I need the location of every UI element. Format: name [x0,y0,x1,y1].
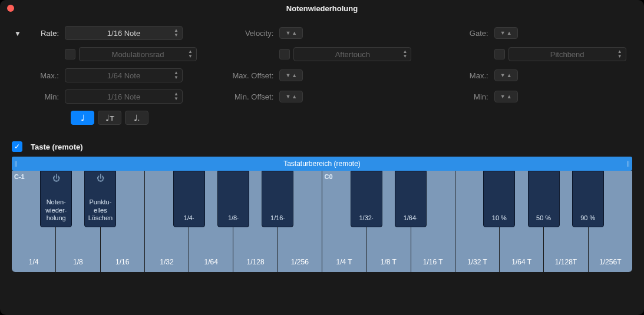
velocity-label: Velocity: [226,29,279,38]
black-key[interactable]: ⏻Noten- wieder- holung [40,171,72,227]
rate-mod-checkbox[interactable] [65,49,75,59]
black-key[interactable]: 90 % [572,171,604,227]
note-type-dotted[interactable]: ♩. [125,111,148,125]
black-key[interactable]: 1/8· [217,171,249,227]
velocity-mod-source-select[interactable]: Aftertouch ▲▼ [293,47,411,61]
remote-checkbox[interactable] [12,141,22,152]
note-type-straight[interactable]: ♩ [71,111,94,125]
black-key[interactable]: 1/4· [173,171,205,227]
chevron-updown-icon: ▲▼ [188,49,193,59]
velocity-stepper[interactable]: ▼▲ [279,27,303,39]
power-icon: ⏻ [52,174,60,183]
gate-min-stepper[interactable]: ▼▲ [494,91,518,102]
window-title: Notenwiederholung [286,4,358,13]
gate-max-label: Max.: [441,71,494,80]
close-button[interactable] [7,5,14,12]
min-label: Min: [12,92,65,101]
max-label: Max.: [12,71,65,80]
gate-label: Gate: [441,29,494,38]
gate-stepper[interactable]: ▼▲ [494,27,518,39]
chevron-updown-icon: ▲▼ [402,49,407,59]
gate-max-stepper[interactable]: ▼▲ [494,69,518,81]
black-key[interactable]: 50 % [528,171,560,227]
rate-mod-source-select[interactable]: Modulationsrad ▲▼ [79,47,197,61]
chevron-updown-icon: ▲▼ [174,92,179,101]
range-handle-right[interactable] [624,157,632,171]
range-handle-left[interactable] [12,157,20,171]
black-key[interactable]: 1/16· [262,171,293,227]
disclosure-toggle[interactable]: ▼ [14,29,21,38]
gate-mod-checkbox[interactable] [494,49,505,59]
max-offset-stepper[interactable]: ▼▲ [279,69,303,81]
min-offset-stepper[interactable]: ▼▲ [279,91,303,102]
min-select[interactable]: 1/16 Note ▲▼ [65,89,183,104]
black-key[interactable]: ⏻Punktu- elles Löschen [84,171,116,227]
chevron-updown-icon: ▲▼ [617,49,622,59]
chevron-updown-icon: ▲▼ [174,71,179,80]
gate-mod-source-select[interactable]: Pitchbend ▲▼ [508,47,626,61]
keyboard-range-bar[interactable]: Tastaturbereich (remote) [12,157,632,171]
note-type-triplet[interactable]: ♩ᴛ [98,111,121,125]
black-key[interactable]: 1/64· [395,171,427,227]
power-icon: ⏻ [97,174,104,183]
max-select[interactable]: 1/64 Note ▲▼ [65,68,183,82]
chevron-updown-icon: ▲▼ [174,28,179,38]
black-key[interactable]: 1/32· [351,171,382,227]
gate-min-label: Min: [441,92,494,101]
velocity-mod-checkbox[interactable] [279,49,290,59]
remote-label: Taste (remote) [31,142,83,151]
black-key[interactable]: 10 % [483,171,515,227]
rate-select[interactable]: 1/16 Note ▲▼ [65,26,183,40]
max-offset-label: Max. Offset: [226,71,279,80]
min-offset-label: Min. Offset: [226,92,279,101]
